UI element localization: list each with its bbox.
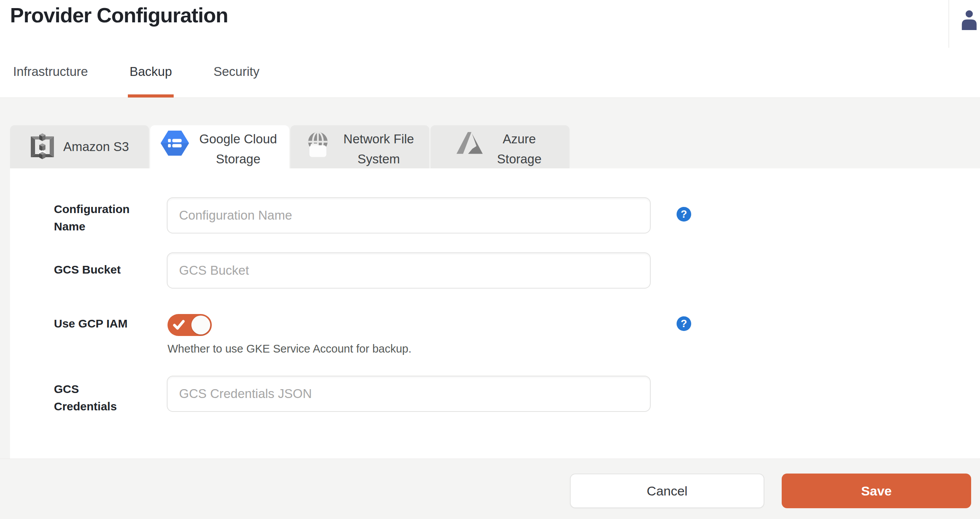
configuration-name-help-icon[interactable]: ?: [677, 207, 691, 222]
check-icon: [173, 320, 185, 330]
azure-storage-icon: [454, 131, 484, 156]
configuration-name-input[interactable]: [167, 197, 651, 233]
google-cloud-storage-icon: [161, 131, 189, 156]
cancel-button[interactable]: Cancel: [570, 474, 764, 508]
use-gcp-iam-toggle[interactable]: [168, 314, 212, 336]
provider-config-form-panel: Configuration Name ? GCS Bucket Use GCP …: [10, 168, 980, 459]
provider-tab-label: Google Cloud Storage: [198, 129, 279, 169]
provider-tab-network-file-system[interactable]: Network File System: [290, 125, 429, 168]
tab-security[interactable]: Security: [212, 64, 261, 97]
gcs-credentials-input[interactable]: [167, 376, 651, 412]
page-title: Provider Configuration: [10, 3, 228, 27]
use-gcp-iam-help-icon[interactable]: ?: [677, 316, 691, 331]
amazon-s3-icon: [30, 133, 55, 161]
network-file-system-icon: [303, 131, 332, 160]
form-footer: Cancel Save: [0, 459, 980, 519]
use-gcp-iam-description: Whether to use GKE Service Account for b…: [168, 343, 411, 355]
provider-tab-label: Network File System: [340, 129, 417, 169]
tab-infrastructure[interactable]: Infrastructure: [12, 64, 89, 97]
provider-tab-google-cloud-storage[interactable]: Google Cloud Storage: [150, 125, 289, 168]
provider-tab-label: Amazon S3: [63, 137, 129, 157]
tab-backup[interactable]: Backup: [128, 64, 173, 97]
gcs-credentials-label: GCS Credentials: [54, 380, 139, 415]
configuration-name-label: Configuration Name: [54, 200, 139, 235]
header-divider: [948, 0, 949, 48]
user-icon: [959, 8, 979, 30]
page-header: Provider Configuration Infrastructure Ba…: [0, 0, 980, 98]
toggle-knob: [191, 316, 210, 334]
provider-tab-label: Azure Storage: [493, 129, 546, 169]
gcs-bucket-input[interactable]: [167, 252, 651, 289]
gcs-bucket-label: GCS Bucket: [54, 261, 139, 278]
provider-tab-strip: Amazon S3 Google Cloud Storage Network F…: [10, 125, 571, 168]
main-nav-tabs: Infrastructure Backup Security: [12, 64, 300, 97]
save-button[interactable]: Save: [782, 474, 971, 508]
provider-tab-azure-storage[interactable]: Azure Storage: [431, 125, 570, 168]
user-avatar[interactable]: [959, 8, 979, 30]
provider-tab-amazon-s3[interactable]: Amazon S3: [10, 125, 149, 168]
use-gcp-iam-label: Use GCP IAM: [54, 315, 139, 332]
